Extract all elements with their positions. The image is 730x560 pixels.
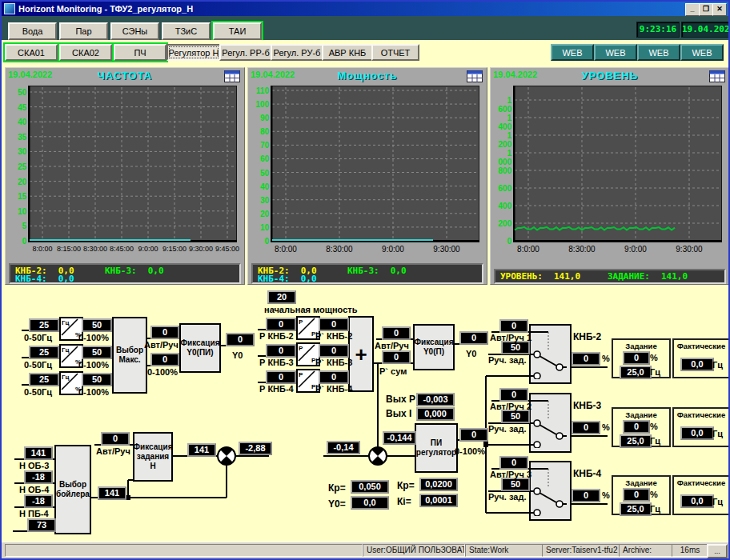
switch-block-knb-4[interactable] (529, 461, 572, 521)
switch-block-knb-2[interactable] (529, 324, 572, 384)
x-tick-label: 9:15:00 (160, 245, 189, 253)
display-p_reg-y0: 0,0 (351, 496, 389, 510)
view-tab-4[interactable]: Регул. РР-б (219, 44, 272, 61)
status-empty (5, 544, 363, 557)
label-out_p-label: Вых Р (386, 394, 415, 405)
label-pi_reg-ki_label: Кi= (397, 496, 411, 507)
display-knb-0-sp_hz: 25,0 (620, 366, 652, 379)
label-freq_rows-2-out_label: 0-100% (78, 387, 109, 397)
main-toolbar: 9:23:16 19.04.2022 ВодаПарСЭНыТЗиСТАИ (2, 16, 728, 40)
web-button-1[interactable]: WEB (594, 44, 637, 61)
web-button-3[interactable]: WEB (680, 44, 724, 61)
y-tick-label: 10 (6, 207, 26, 216)
display-knb-2-fact_hz: 0,0 (680, 494, 714, 508)
label-knb-0-sp_pct_unit: % (650, 353, 658, 362)
label-knb-1-sp_hz_unit: Гц (650, 436, 660, 446)
display-pow_rows-2-out: 0 (319, 370, 349, 384)
y-tick-label: 20 (6, 178, 26, 186)
view-tab-7[interactable]: ОТЧЕТ (371, 44, 419, 61)
y-tick-label: 800 (491, 166, 511, 175)
display-pow_rows-0-in: 0 (266, 318, 296, 331)
view-tab-5[interactable]: Регул. РУ-б (271, 44, 323, 61)
label-fix_pi-out_label: Y0 (232, 350, 243, 360)
label-freq_rows-1-in_label: 0-50Гц (24, 360, 52, 370)
view-tab-0[interactable]: СКА01 (5, 44, 58, 61)
status-archive: Archive: (619, 544, 673, 557)
close-button[interactable]: ✕ (712, 3, 727, 16)
y-tick-label: 1 600 (491, 96, 511, 114)
display-pow_rows-1-in: 0 (266, 344, 296, 358)
view-tab-3[interactable]: Регулятор Н (166, 44, 221, 61)
status-more-button[interactable]: ... (707, 544, 728, 558)
block-select_max: Выбор Макс. (112, 317, 147, 394)
label-pow_rows-2-out_label: Р` КНБ-4 (315, 384, 352, 394)
main-toolbar-button-4[interactable]: ТАИ (213, 22, 262, 40)
chart-panel-level: 19.04.2022 УРОВЕНЬ 1 6001 4001 2001 0008… (490, 67, 730, 285)
y-tick-label: 25 (6, 162, 26, 171)
display-fix_p-out: 0 (459, 331, 488, 345)
display-boiler-inputs-2-value: -18 (24, 494, 53, 508)
status-state: State:Work (465, 544, 543, 557)
label-knb-0-sp_hz_unit: Гц (650, 367, 660, 377)
label-knb-1-avt_label: Авт/Руч 2 (490, 402, 531, 411)
display-freq_rows-1-out: 50 (82, 346, 112, 359)
web-button-2[interactable]: WEB (637, 44, 680, 61)
switch-contacts-icon (531, 394, 567, 448)
x-tick-label: 8:0:00 (510, 245, 547, 254)
display-initial_power-value: 20 (267, 290, 296, 304)
block-title: Фиксация задания Н (134, 442, 173, 471)
label-pow_rows-1-in_label: Р КНБ-3 (259, 358, 294, 367)
panel-title: Задание (613, 410, 669, 419)
x-tick-label: 8:30:00 (81, 245, 110, 253)
label-knb-0-fact_hz_unit: Гц (712, 360, 723, 370)
main-toolbar-button-3[interactable]: ТЗиС (162, 22, 211, 40)
grid-icon[interactable] (224, 70, 240, 82)
display-fix_pi-in2: 0 (150, 353, 179, 366)
label-freq_rows-2-in_label: 0-50Гц (24, 387, 52, 397)
display-pi_reg-kp: 0,0200 (419, 478, 458, 491)
x-tick-label: 9:30:00 (671, 245, 708, 254)
label-boiler-inputs-1-label: Н ОБ-4 (19, 485, 49, 494)
x-tick-label: 8:30:00 (321, 245, 358, 254)
label-p_reg-y0_label: Y0= (328, 498, 346, 510)
x-tick-label: 8:0:00 (267, 245, 304, 254)
view-tab-2[interactable]: ПЧ (114, 44, 166, 61)
y-tick-label: 30 (6, 147, 26, 156)
view-tab-6[interactable]: АВР КНБ (322, 44, 373, 61)
label-knb-2-fact_hz_unit: Гц (712, 497, 723, 506)
display-knb-2-sp_hz: 25,0 (620, 502, 652, 516)
display-knb-1-out: 0 (572, 421, 600, 434)
label-boiler-inputs-2-label: Н ПБ-4 (19, 509, 49, 518)
main-toolbar-button-0[interactable]: Вода (8, 22, 57, 40)
web-button-0[interactable]: WEB (551, 44, 594, 61)
label-initial_power-label: начальная мощность (264, 305, 357, 314)
main-toolbar-button-2[interactable]: СЭНы (110, 22, 159, 40)
display-knb-0-fact_hz: 0,0 (680, 358, 714, 371)
y-tick-label: 600 (491, 184, 511, 193)
panel-title: Фактические (674, 478, 728, 487)
switch-contacts-icon (531, 462, 567, 516)
label-out_i-label: Вых I (386, 408, 411, 419)
display-knb-1-sp_hz: 25,0 (620, 434, 652, 448)
display-knb-1-avt: 0 (499, 388, 528, 402)
window-title: Horizont Monitoring - ТФУ2_регулятор_Н (18, 4, 193, 14)
x-tick-label: 9:30:00 (187, 245, 215, 253)
display-pow_rows-2-in: 0 (266, 370, 296, 384)
panel-title: Задание (613, 478, 669, 487)
status-server: Server:Taiserv1-tfu2 (542, 544, 624, 557)
minimize-button[interactable]: _ (685, 3, 700, 16)
chart-legend: УРОВЕНЬ:141,0ЗАДАНИЕ:141,0 (494, 269, 726, 284)
panel-title: Фактические (674, 410, 728, 419)
main-toolbar-button-1[interactable]: Пар (59, 22, 108, 40)
y-tick-label: 5 (6, 222, 26, 230)
block-boiler-title: Выбор бойлера (54, 445, 91, 534)
display-fix_n-avt: 0 (101, 432, 130, 446)
view-tab-1[interactable]: СКА02 (59, 44, 112, 61)
grid-icon[interactable] (709, 70, 725, 82)
maximize-button[interactable]: ❐ (699, 3, 713, 16)
label-knb-2-man_label: Руч. зад. (488, 492, 526, 502)
grid-icon[interactable] (467, 70, 483, 82)
label-pow_rows-2-in_label: Р КНБ-4 (259, 384, 294, 394)
legend-item: КНБ-3:0,0 (105, 266, 164, 276)
switch-block-knb-3[interactable] (529, 393, 572, 453)
